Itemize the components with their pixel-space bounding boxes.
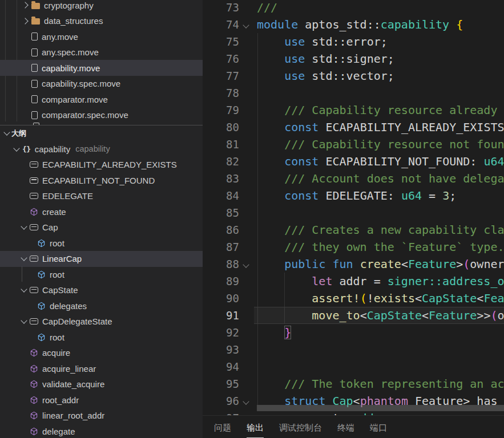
code-line-76[interactable]: 76 use std::signer;: [203, 50, 504, 67]
panel-tab-终端[interactable]: 终端: [337, 419, 354, 438]
line-number: 77: [203, 67, 239, 84]
outline-item-ECAPABILITY_NOT_FOUND[interactable]: ECAPABILITY_NOT_FOUND: [0, 172, 203, 188]
code-line-82[interactable]: 82 const ECAPABILITY_NOT_FOUND: u64 = 2;: [203, 153, 504, 170]
outline-item-EDELEGATE[interactable]: EDELEGATE: [0, 188, 203, 204]
symbol-namespace-icon: {}: [22, 145, 31, 153]
symbol-field-icon: [37, 270, 46, 279]
code-line-84[interactable]: 84 const EDELEGATE: u64 = 3;: [203, 187, 504, 204]
symbol-constant-icon: [30, 177, 38, 184]
outline-item-delegates[interactable]: delegates: [0, 298, 203, 314]
outline-item-delegate[interactable]: delegate: [0, 423, 203, 438]
line-number: 91: [203, 307, 239, 324]
code-line-74[interactable]: 74module aptos_std::capability {: [203, 16, 504, 33]
code-line-92[interactable]: 92 }: [203, 324, 504, 341]
outline-item-capability[interactable]: {}capabilitycapability: [0, 141, 203, 157]
outline-item-root[interactable]: root: [0, 329, 203, 345]
code-line-81[interactable]: 81 /// Capability resource not found: [203, 136, 504, 153]
code-editor[interactable]: 73///74module aptos_std::capability {75 …: [203, 0, 504, 438]
panel-tab-调试控制台[interactable]: 调试控制台: [279, 419, 322, 438]
outline-item-label: LinearCap: [42, 254, 82, 263]
outline-item-label: ECAPABILITY_ALREADY_EXISTS: [42, 160, 177, 169]
code-line-91[interactable]: 91 move_to<CapState<Feature>>(owner: [203, 307, 504, 324]
fold-chevron-icon[interactable]: [243, 22, 249, 28]
outline-item-linear_root_addr[interactable]: linear_root_addr: [0, 408, 203, 424]
outline-item-ECAPABILITY_ALREADY_EXISTS[interactable]: ECAPABILITY_ALREADY_EXISTS: [0, 157, 203, 173]
file-icon: [31, 64, 38, 72]
outline-item-root[interactable]: root: [0, 235, 203, 251]
code-line-text: }: [257, 324, 504, 341]
code-line-85[interactable]: 85: [203, 204, 504, 221]
code-line-79[interactable]: 79 /// Capability resource already exist…: [203, 102, 504, 119]
fold-chevron-icon[interactable]: [243, 398, 249, 404]
outline-section-header[interactable]: 大纲: [0, 125, 203, 141]
tree-item-folder-data_structures[interactable]: data_structures: [0, 13, 203, 29]
code-line-93[interactable]: 93: [203, 341, 504, 358]
line-number: 78: [203, 84, 239, 102]
code-line-86[interactable]: 86 /// Creates a new capability class, o…: [203, 221, 504, 238]
code-line-90[interactable]: 90 assert!(!exists<CapState<Feature>>: [203, 290, 504, 307]
code-line-text: use std::signer;: [257, 50, 504, 67]
outline-item-acquire_linear[interactable]: acquire_linear: [0, 360, 203, 376]
chevron-right-icon: [21, 3, 30, 7]
code-line-text: /// Account does not have delegated perm…: [257, 170, 504, 187]
line-number: 85: [203, 204, 239, 221]
line-number: 74: [203, 16, 239, 33]
line-number: 89: [203, 273, 239, 290]
code-line-text: use std::error;: [257, 33, 504, 50]
symbol-field-icon: [37, 239, 46, 248]
outline-item-LinearCap[interactable]: LinearCap: [0, 251, 203, 267]
outline-item-validate_acquire[interactable]: validate_acquire: [0, 376, 203, 392]
tree-item-folder-cryptography[interactable]: cryptography: [0, 0, 203, 13]
tree-item-file-comparator.move[interactable]: comparator.move: [0, 91, 203, 107]
chevron-down-icon: [19, 257, 29, 260]
code-line-88[interactable]: 88 public fun create<Feature>(owner: &si…: [203, 256, 504, 273]
code-line-83[interactable]: 83 /// Account does not have delegated p…: [203, 170, 504, 187]
tree-item-file-any.move[interactable]: any.move: [0, 29, 203, 44]
tree-item-file-comparator.spec.move[interactable]: comparator.spec.move: [0, 107, 203, 123]
outline-item-Cap[interactable]: Cap: [0, 220, 203, 236]
code-line-77[interactable]: 77 use std::vector;: [203, 67, 504, 84]
code-line-73[interactable]: 73///: [203, 0, 504, 16]
code-line-95[interactable]: 95 /// The token representing an acquire…: [203, 375, 504, 392]
line-number: 81: [203, 136, 239, 153]
outline-item-label: acquire_linear: [42, 364, 96, 374]
outline-item-create[interactable]: create: [0, 204, 203, 220]
panel-tab-端口[interactable]: 端口: [370, 419, 387, 438]
line-number: 84: [203, 187, 239, 204]
symbol-constant-icon: [30, 193, 38, 199]
code-line-text: [257, 84, 504, 102]
tree-item-file-capability.spec.move[interactable]: capability.spec.move: [0, 76, 203, 92]
panel-tab-问题[interactable]: 问题: [214, 419, 231, 438]
code-line-89[interactable]: 89 let addr = signer::address_of(owner);: [203, 273, 504, 290]
outline-item-CapDelegateState[interactable]: CapDelegateState: [0, 314, 203, 330]
tree-item-label: cryptography: [44, 1, 94, 10]
sidebar: cryptographydata_structuresany.moveany.s…: [0, 0, 203, 438]
line-number: 82: [203, 153, 239, 170]
tree-item-file-capability.move[interactable]: capability.move: [0, 60, 203, 76]
code-line-text: move_to<CapState<Feature>>(owner: [257, 307, 504, 324]
line-number: 80: [203, 119, 239, 136]
tree-item-file-any.spec.move[interactable]: any.spec.move: [0, 44, 203, 60]
outline-item-acquire[interactable]: acquire: [0, 345, 203, 361]
code-line-94[interactable]: 94: [203, 358, 504, 375]
code-line-75[interactable]: 75 use std::error;: [203, 33, 504, 50]
code-line-78[interactable]: 78: [203, 84, 504, 102]
fold-chevron-icon[interactable]: [243, 261, 249, 267]
tree-item-label: any.move: [42, 32, 78, 42]
code-line-80[interactable]: 80 const ECAPABILITY_ALREADY_EXISTS: u64…: [203, 119, 504, 136]
horizontal-scrollbar[interactable]: [257, 405, 504, 411]
outline-item-CapState[interactable]: CapState: [0, 282, 203, 298]
code-line-text: module aptos_std::capability {: [257, 16, 504, 33]
outline-item-root_addr[interactable]: root_addr: [0, 392, 203, 408]
outline-item-root[interactable]: root: [0, 266, 203, 282]
panel-tab-输出[interactable]: 输出: [247, 419, 264, 438]
chevron-down-icon: [19, 289, 29, 291]
code-line-87[interactable]: 87 /// they own the `Feature` type.: [203, 238, 504, 256]
code-line-text: /// Capability resource already exists: [257, 102, 504, 119]
outline-item-label: root_addr: [42, 395, 79, 405]
code-line-text: const ECAPABILITY_ALREADY_EXISTS: u64 = …: [257, 119, 504, 136]
outline-item-label: EDELEGATE: [42, 191, 93, 201]
code-line-text: ///: [257, 0, 504, 16]
symbol-method-icon: [30, 396, 38, 404]
outline-item-label: root: [50, 332, 64, 342]
